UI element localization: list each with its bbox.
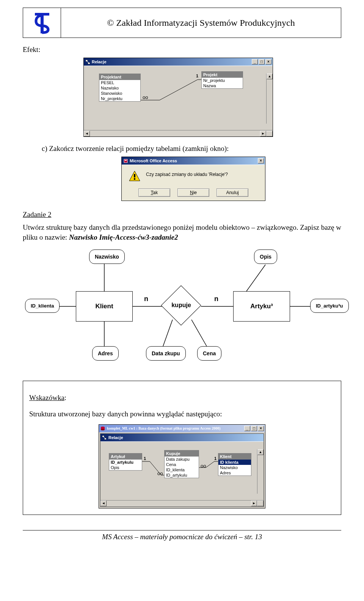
efekt-label: Efekt: [23, 46, 341, 54]
company-logo-icon [33, 11, 52, 34]
db-close-button[interactable]: × [258, 426, 264, 431]
field[interactable]: Adres [218, 470, 251, 475]
svg-rect-11 [134, 174, 135, 177]
field[interactable]: Nazwisko [218, 465, 251, 470]
svg-line-4 [87, 61, 89, 63]
svg-line-27 [104, 437, 105, 438]
db-titlebar[interactable]: komplet_ML cw1 : Baza danych (format pli… [99, 425, 265, 432]
entity-artykul: Artyku³ [233, 291, 290, 322]
field[interactable]: ID_klienta [165, 467, 199, 472]
table-klient[interactable]: Klient ID klienta Nazwisko Adres [218, 453, 251, 476]
table-artykul[interactable]: Artykuł ID_artykulu Opis [109, 453, 142, 471]
scroll-up-button[interactable]: ▲ [267, 74, 273, 79]
svg-rect-25 [102, 436, 104, 437]
cardinality-one: 1 [214, 456, 217, 461]
field[interactable]: Opis [109, 465, 142, 470]
warning-icon [129, 170, 141, 182]
svg-rect-26 [104, 438, 106, 439]
scroll-left-button[interactable]: ◄ [100, 501, 107, 506]
resize-grip[interactable] [266, 131, 273, 137]
entity-klient: Klient [76, 291, 133, 322]
attr-opis: Opis [254, 250, 277, 264]
field-selected[interactable]: ID klienta [218, 460, 251, 465]
no-button[interactable]: Nie [177, 188, 209, 197]
hint-title: Wskazówka: [29, 394, 335, 402]
logo [23, 8, 61, 38]
close-button[interactable]: × [265, 59, 271, 64]
scroll-right-button[interactable]: ► [251, 501, 257, 506]
footer-text: MS Access – materiały pomocnicze do ćwic… [23, 533, 341, 541]
svg-line-14 [246, 265, 265, 291]
db-icon [100, 426, 105, 431]
relacje-canvas[interactable]: Projektant PESEL Nazwisko Stanowisko Nr_… [84, 66, 273, 130]
resize-grip[interactable] [257, 501, 264, 506]
attr-nazwisko: Nazwisko [89, 250, 125, 264]
table-header: Kupuje [165, 450, 199, 457]
task-c-text: c) Zakończ tworzenie relacji pomiędzy ta… [42, 144, 341, 153]
dialog-titlebar[interactable]: Microsoft Office Access × [122, 157, 265, 165]
svg-line-32 [206, 461, 214, 468]
svg-rect-12 [134, 178, 135, 180]
field[interactable]: Nazwa [202, 83, 243, 88]
table-projektant[interactable]: Projektant PESEL Nazwisko Stanowisko Nr_… [99, 74, 141, 102]
table-header: Projektant [99, 74, 140, 80]
relationship-kupuje: kupuje [162, 302, 200, 309]
field[interactable]: Nr_projektu [99, 96, 140, 101]
titlebar[interactable]: Relacje _ □ × [84, 58, 273, 66]
relacje2-title: Relacje [108, 435, 123, 440]
field[interactable]: Stanowisko [99, 91, 140, 96]
table-kupuje[interactable]: Kupuje Data zakupu Cena ID_klienta ID_ar… [164, 450, 199, 478]
table-projekt[interactable]: Projekt Nr_projektu Nazwa [201, 71, 243, 89]
attr-data-zkupu: Data zkupu [146, 346, 186, 361]
zadanie2-paragraph: Utwórz strukturę bazy danych dla przedst… [23, 223, 341, 242]
table-header: Projekt [202, 72, 243, 78]
dialog-title: Microsoft Office Access [130, 158, 177, 163]
db-max-button[interactable]: □ [251, 426, 257, 431]
minimize-button[interactable]: _ [252, 59, 258, 64]
scrollbar-vertical[interactable]: ▲ [266, 74, 273, 124]
svg-rect-1 [41, 15, 44, 33]
field[interactable]: Cena [165, 462, 199, 467]
scrollbar-horizontal[interactable]: ◄ ► [100, 500, 264, 507]
scroll-up-button[interactable]: ▲ [257, 449, 264, 455]
field[interactable]: PESEL [99, 80, 140, 85]
dialog-close-button[interactable]: × [258, 158, 264, 163]
hint-text: Struktura utworzonej bazy danych powinna… [29, 409, 335, 419]
svg-rect-8 [124, 159, 127, 163]
scrollbar-horizontal[interactable]: ◄ ► [84, 130, 273, 137]
cardinality-n-left: n [144, 295, 148, 303]
relations-icon [85, 59, 90, 64]
svg-line-20 [163, 320, 173, 346]
cardinality-one: 1 [196, 74, 198, 78]
cancel-button[interactable]: Anuluj [217, 188, 248, 197]
table-header: Klient [218, 453, 251, 460]
attr-id-artykulu: ID_artyku³u [310, 299, 349, 313]
cardinality-one: 1 [144, 456, 146, 461]
field[interactable]: Nr_projektu [202, 78, 243, 83]
cardinality-n-right: n [214, 295, 218, 303]
access-icon [123, 158, 128, 163]
svg-rect-2 [86, 60, 88, 61]
svg-line-21 [191, 320, 207, 346]
field[interactable]: Nazwisko [99, 85, 140, 91]
scroll-right-button[interactable]: ► [260, 131, 266, 137]
filename: Nazwisko Imię-Access-ćw3-zadanie2 [69, 233, 178, 241]
relacje2-titlebar[interactable]: Relacje [100, 434, 264, 441]
field[interactable]: ID_artykulu [109, 460, 142, 465]
scrollbar-vertical[interactable]: ▲ [257, 449, 264, 494]
db-window-title: komplet_ML cw1 : Baza danych (format pli… [107, 426, 221, 430]
er-diagram: Nazwisko Opis ID_klienta Klient kupuje A… [23, 246, 341, 375]
svg-rect-9 [125, 160, 127, 161]
scroll-left-button[interactable]: ◄ [84, 131, 90, 137]
zadanie2-heading: Zadanie 2 [23, 210, 341, 219]
field[interactable]: ID_artykulu [165, 472, 199, 478]
db-min-button[interactable]: _ [244, 426, 250, 431]
yes-button[interactable]: Tak [138, 188, 170, 197]
window-title: Relacje [92, 60, 107, 64]
field[interactable]: Data zakupu [165, 457, 199, 462]
cardinality-many: oo [143, 94, 148, 100]
footer-divider [23, 530, 341, 530]
relacje2-canvas[interactable]: Artykuł ID_artykulu Opis Kupuje Data zak… [100, 441, 264, 500]
maximize-button[interactable]: □ [259, 59, 265, 64]
svg-point-24 [101, 429, 105, 430]
